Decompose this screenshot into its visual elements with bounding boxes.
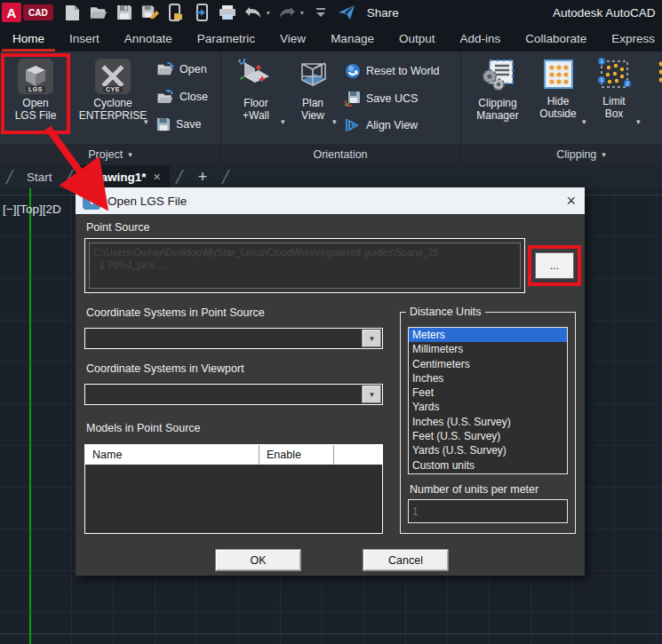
plot-icon[interactable] bbox=[219, 4, 236, 21]
open-from-mobile-icon[interactable] bbox=[167, 4, 185, 21]
list-item[interactable]: Centimeters bbox=[409, 357, 567, 371]
svg-text:z: z bbox=[238, 58, 241, 63]
ok-button[interactable]: OK bbox=[215, 549, 301, 571]
save-ucs-button[interactable]: Save UCS bbox=[345, 91, 418, 107]
plan-view-dropdown-icon[interactable]: ▾ bbox=[332, 117, 337, 126]
save-icon[interactable] bbox=[116, 4, 133, 21]
tab-close-icon[interactable]: × bbox=[154, 170, 161, 184]
list-item[interactable]: Feet bbox=[409, 386, 567, 400]
list-item[interactable]: Inches (U.S. Survey) bbox=[409, 415, 567, 429]
tab-start[interactable]: Start bbox=[20, 171, 60, 184]
undo-dropdown-icon[interactable]: ▾ bbox=[267, 9, 270, 17]
redo-dropdown-icon[interactable]: ▾ bbox=[300, 9, 304, 17]
tab-divider bbox=[64, 170, 73, 184]
list-item[interactable]: Meters bbox=[409, 328, 567, 342]
new-tab-button[interactable]: + bbox=[189, 168, 217, 187]
ribbon-panel-labels: Project▾ Orientation Clipping▾ bbox=[0, 144, 662, 165]
cs-viewport-combobox[interactable]: ▼ bbox=[84, 384, 383, 405]
project-panel-dropdown-icon[interactable]: ▾ bbox=[128, 150, 132, 159]
save-to-mobile-icon[interactable] bbox=[193, 4, 211, 21]
distance-units-listbox[interactable]: Meters Millimeters Centimeters Inches Fe… bbox=[408, 327, 568, 474]
dialog-title: Open LGS File bbox=[108, 195, 187, 208]
models-table[interactable]: Name Enable bbox=[84, 444, 383, 534]
dialog-close-button[interactable]: × bbox=[566, 187, 576, 214]
units-per-meter-input[interactable]: 1 bbox=[408, 499, 568, 523]
reset-to-world-button[interactable]: Reset to World bbox=[345, 63, 439, 79]
project-panel-label[interactable]: Project▾ bbox=[0, 144, 220, 165]
tab-drawing1[interactable]: Drawing1* × bbox=[79, 165, 170, 188]
point-source-path-field[interactable]: C:\Users\Owner\Desktop\MyStar_Leica\Clou… bbox=[89, 242, 521, 289]
list-item[interactable]: Yards bbox=[409, 400, 567, 414]
limit-box-icon: 1 3 2 bbox=[595, 57, 633, 92]
browse-button[interactable]: ... bbox=[535, 252, 574, 279]
autocad-cad-icon: CAD bbox=[23, 4, 53, 20]
lgs-icon: LGS bbox=[18, 59, 53, 94]
cyclone-enterprise-button[interactable]: CYE CycloneENTERPRISE bbox=[76, 59, 149, 122]
cancel-button[interactable]: Cancel bbox=[363, 549, 449, 571]
viewport-controls-label[interactable]: [−][Top][2D bbox=[3, 203, 61, 216]
plan-view-button[interactable]: PlanView bbox=[286, 57, 339, 122]
ribbon-tab-manage[interactable]: Manage bbox=[318, 25, 387, 52]
close-project-button[interactable]: Close bbox=[156, 90, 208, 104]
list-item[interactable]: Inches bbox=[409, 371, 567, 386]
cs-point-source-label: Coordinate Systems in Point Source bbox=[86, 306, 265, 319]
undo-icon[interactable] bbox=[244, 4, 262, 21]
models-label: Models in Point Source bbox=[86, 422, 201, 434]
cye-icon: CYE bbox=[95, 59, 131, 94]
ribbon-tab-insert[interactable]: Insert bbox=[57, 25, 112, 52]
cloudworx-dialog-icon: ‹ bbox=[83, 192, 100, 210]
ribbon-tab-collaborate[interactable]: Collaborate bbox=[513, 25, 599, 52]
dialog-titlebar[interactable]: ‹ Open LGS File × bbox=[76, 187, 585, 214]
autocad-logo[interactable]: A CAD bbox=[2, 3, 53, 22]
clipping-panel-label[interactable]: Clipping▾ bbox=[460, 144, 662, 165]
partial-slice-button[interactable]: A bbox=[649, 57, 662, 107]
open-folder-icon bbox=[156, 62, 174, 76]
column-header-name[interactable]: Name bbox=[85, 445, 259, 465]
clipping-manager-button[interactable]: ClippingManager bbox=[466, 57, 530, 122]
ribbon-tab-express[interactable]: Express bbox=[599, 25, 662, 52]
share-label[interactable]: Share bbox=[367, 6, 399, 20]
ribbon-tab-view[interactable]: View bbox=[267, 25, 318, 52]
list-item[interactable]: Feet (U.S. Survey) bbox=[409, 429, 567, 443]
floor-wall-button[interactable]: z Floor+Wall bbox=[227, 57, 284, 122]
open-project-button[interactable]: Open bbox=[156, 62, 207, 76]
align-view-button[interactable]: Align View bbox=[345, 118, 418, 132]
ribbon-tab-annotate[interactable]: Annotate bbox=[112, 25, 185, 52]
ribbon-tab-parametric[interactable]: Parametric bbox=[185, 25, 267, 52]
save-project-button[interactable]: Save bbox=[156, 117, 202, 131]
list-item[interactable]: Custom units bbox=[409, 458, 567, 473]
list-item[interactable]: Millimeters bbox=[409, 342, 567, 356]
tab-divider bbox=[175, 170, 184, 184]
cyclone-dropdown-icon[interactable]: ▾ bbox=[144, 117, 148, 126]
share-icon[interactable] bbox=[338, 4, 355, 21]
limit-box-button[interactable]: 1 3 2 LimitBox bbox=[586, 57, 642, 120]
window-title: Autodesk AutoCAD bbox=[553, 0, 662, 25]
customize-toolbar-icon[interactable] bbox=[312, 4, 330, 21]
clipping-manager-icon bbox=[479, 57, 516, 94]
redo-icon[interactable] bbox=[278, 4, 296, 21]
new-file-icon[interactable] bbox=[64, 4, 82, 21]
floor-wall-dropdown-icon[interactable]: ▾ bbox=[281, 117, 285, 126]
autocad-window: A CAD bbox=[0, 0, 662, 644]
open-lgs-file-button[interactable]: LGS OpenLGS File bbox=[4, 59, 68, 122]
ribbon-panels: LGS OpenLGS File CYE CycloneENTERPRISE ▾… bbox=[0, 52, 662, 144]
quick-access-toolbar: A CAD bbox=[0, 0, 662, 25]
ribbon-tab-home[interactable]: Home bbox=[0, 25, 57, 52]
save-small-icon bbox=[156, 117, 171, 131]
save-as-icon[interactable] bbox=[141, 4, 159, 21]
ribbon-tab-addins[interactable]: Add-ins bbox=[447, 25, 513, 52]
list-item[interactable]: Yards (U.S. Survey) bbox=[409, 443, 567, 457]
hide-outside-button[interactable]: HideOutside bbox=[530, 57, 586, 120]
combo-dropdown-icon[interactable]: ▼ bbox=[362, 330, 381, 347]
open-file-icon[interactable] bbox=[90, 4, 108, 21]
clipping-panel-dropdown-icon[interactable]: ▾ bbox=[602, 150, 606, 159]
ribbon-tab-bar: Home Insert Annotate Parametric View Man… bbox=[0, 25, 662, 52]
combo-dropdown-icon[interactable]: ▼ bbox=[362, 386, 381, 403]
hide-outside-dropdown-icon[interactable]: ▾ bbox=[582, 117, 586, 126]
column-header-enable[interactable]: Enable bbox=[259, 445, 334, 465]
cs-point-source-combobox[interactable]: ▼ bbox=[84, 328, 383, 349]
ribbon-tab-output[interactable]: Output bbox=[387, 25, 448, 52]
close-folder-icon bbox=[156, 90, 174, 104]
limit-box-dropdown-icon[interactable]: ▾ bbox=[636, 117, 641, 126]
floor-wall-icon: z bbox=[237, 57, 275, 94]
